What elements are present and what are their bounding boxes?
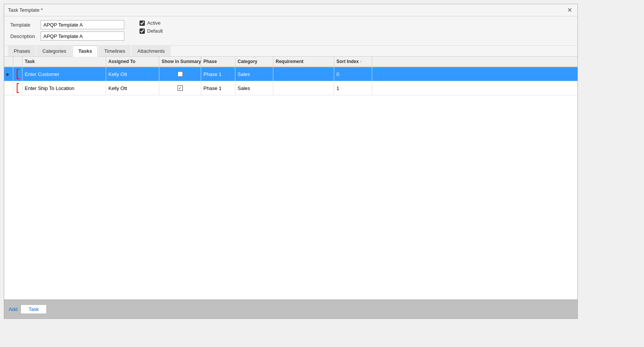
row-bracket-icon — [17, 69, 19, 79]
row1-phase: Phase 1 — [201, 67, 235, 81]
row1-sort-index: 0 — [334, 67, 372, 81]
default-row: Default — [140, 28, 163, 34]
row2-category: Sales — [235, 81, 273, 95]
main-window: Task Template * ✕ Template Description A… — [4, 4, 578, 319]
row1-show-in-summary[interactable] — [159, 67, 201, 81]
row2-indicator — [13, 81, 22, 95]
task-button[interactable]: Task — [21, 304, 47, 314]
window-title: Task Template * — [8, 7, 43, 13]
unchecked-checkbox-icon[interactable] — [178, 71, 183, 77]
row2-assigned-to: Kelly Ott — [106, 81, 159, 95]
footer: Add Task — [4, 300, 577, 319]
tab-tasks[interactable]: Tasks — [73, 46, 98, 57]
table-row[interactable]: Enter Ship To Location Kelly Ott ✓ Phase… — [4, 81, 577, 95]
row1-arrow: ▶ — [4, 67, 13, 81]
default-label: Default — [147, 28, 163, 34]
template-input[interactable] — [41, 20, 124, 29]
grid-header: Task Assigned To Show in Summary Phase C… — [4, 57, 577, 67]
active-label: Active — [147, 20, 160, 26]
content-area: Task Assigned To Show in Summary Phase C… — [4, 57, 577, 300]
row1-requirement — [273, 67, 334, 81]
expand-arrow-icon: ▶ — [6, 72, 10, 76]
row1-task: Enter Customer — [22, 67, 106, 81]
row2-sort-index: 1 — [334, 81, 372, 95]
row2-task: Enter Ship To Location — [22, 81, 106, 95]
active-row: Active — [140, 20, 163, 26]
tab-phases[interactable]: Phases — [8, 46, 36, 56]
header-show-in-summary[interactable]: Show in Summary — [159, 57, 201, 66]
add-link[interactable]: Add — [9, 306, 17, 312]
header-phase[interactable]: Phase — [201, 57, 235, 66]
title-bar: Task Template * ✕ — [4, 4, 577, 16]
active-checkbox[interactable] — [140, 21, 145, 26]
task-grid: Task Assigned To Show in Summary Phase C… — [4, 57, 577, 95]
description-label: Description — [10, 33, 41, 39]
header-category[interactable]: Category — [235, 57, 273, 66]
tab-attachments[interactable]: Attachments — [132, 46, 170, 56]
tabs-bar: Phases Categories Tasks Timelines Attach… — [4, 46, 577, 57]
row2-requirement — [273, 81, 334, 95]
row1-indicator — [13, 67, 22, 81]
row2-arrow — [4, 81, 13, 95]
checkbox-group: Active Default — [140, 20, 163, 34]
template-label: Template — [10, 22, 41, 28]
description-input[interactable] — [41, 32, 124, 41]
header-sort-index[interactable]: Sort Index ↑ — [334, 57, 372, 66]
form-area: Template Description Active Default — [4, 16, 577, 46]
row2-show-in-summary[interactable]: ✓ — [159, 81, 201, 95]
row1-assigned-to: Kelly Ott — [106, 67, 159, 81]
row1-category: Sales — [235, 67, 273, 81]
default-checkbox[interactable] — [140, 28, 145, 34]
header-assigned-to[interactable]: Assigned To — [106, 57, 159, 66]
tab-timelines[interactable]: Timelines — [98, 46, 131, 56]
tab-categories[interactable]: Categories — [36, 46, 72, 56]
sort-icon: ↑ — [360, 60, 362, 64]
header-arrow — [4, 57, 13, 66]
header-indicator — [13, 57, 22, 66]
header-requirement[interactable]: Requirement — [273, 57, 334, 66]
header-task[interactable]: Task — [22, 57, 106, 66]
checked-checkbox-icon[interactable]: ✓ — [178, 85, 183, 91]
description-row: Description — [10, 32, 124, 41]
row-bracket-icon — [17, 83, 19, 93]
template-row: Template — [10, 20, 124, 29]
close-button[interactable]: ✕ — [566, 6, 574, 14]
row2-phase: Phase 1 — [201, 81, 235, 95]
table-row[interactable]: ▶ Enter Customer Kelly Ott Phase 1 Sales… — [4, 67, 577, 81]
